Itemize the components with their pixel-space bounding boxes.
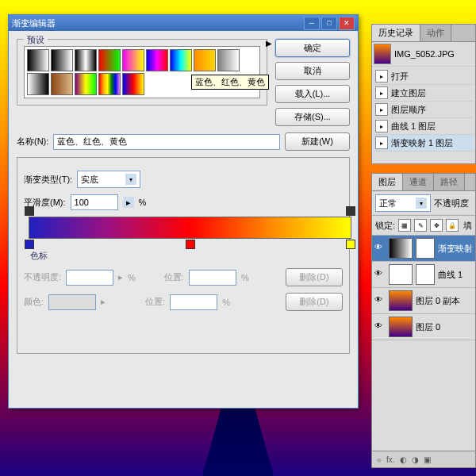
step-icon: ▸ <box>375 70 388 83</box>
preset-swatch[interactable] <box>27 73 49 95</box>
ok-button[interactable]: 确定 <box>275 39 350 57</box>
file-thumb-icon <box>374 44 391 64</box>
mask-icon[interactable]: ◐ <box>400 455 407 464</box>
visibility-icon[interactable]: 👁 <box>374 295 386 306</box>
preset-swatch[interactable] <box>27 49 49 71</box>
tab-actions[interactable]: 动作 <box>420 25 451 41</box>
step-icon: ▸ <box>375 136 388 149</box>
step-icon: ▸ <box>375 103 388 116</box>
color-stop[interactable] <box>186 240 195 249</box>
chevron-right-icon[interactable]: ▸ <box>123 197 134 208</box>
fx-icon[interactable]: fx. <box>386 455 395 464</box>
visibility-icon[interactable]: 👁 <box>374 269 386 280</box>
opacity-input <box>66 270 113 286</box>
visibility-icon[interactable]: 👁 <box>374 243 386 254</box>
layer-thumb <box>389 238 413 259</box>
preset-swatch[interactable] <box>75 73 97 95</box>
preset-swatch[interactable] <box>170 49 192 71</box>
preset-tooltip: 蓝色、红色、黄色 <box>191 75 269 90</box>
layer-item[interactable]: 👁图层 0 副本 <box>372 288 475 314</box>
layers-footer: ⟐ fx. ◐ ◑ ▣ <box>372 451 475 467</box>
tab-history[interactable]: 历史记录 <box>372 25 420 41</box>
opacity-stop[interactable] <box>25 206 34 216</box>
color-label: 颜色: <box>24 296 44 308</box>
preset-grid: ▶ 蓝色、红色、黄色 <box>24 46 260 98</box>
layer-item[interactable]: 👁渐变映射 <box>372 236 475 262</box>
new-button[interactable]: 新建(W) <box>285 132 350 151</box>
lock-move-icon[interactable]: ✥ <box>430 219 443 232</box>
history-item[interactable]: ▸图层顺序 <box>374 102 474 118</box>
smooth-input[interactable] <box>71 194 118 210</box>
link-icon[interactable]: ⟐ <box>377 455 382 464</box>
chevron-down-icon: ▾ <box>125 174 136 185</box>
history-panel: 历史记录 动作 IMG_5052.JPG ▸打开▸建立图层▸图层顺序▸曲线 1 … <box>371 24 476 164</box>
position-input <box>170 294 217 310</box>
layer-item[interactable]: 👁图层 0 <box>372 314 475 340</box>
save-button[interactable]: 存储(S)... <box>275 108 350 126</box>
presets-label: 预设 <box>24 34 48 46</box>
tab-layers[interactable]: 图层 <box>372 174 403 190</box>
delete-button: 删除(D) <box>286 268 343 286</box>
gradient-bar[interactable] <box>29 217 351 239</box>
preset-swatch[interactable] <box>194 49 216 71</box>
gradient-editor-dialog: 渐变编辑器 ─ □ ✕ 预设 ▶ <box>8 14 359 409</box>
preset-swatch[interactable] <box>51 49 73 71</box>
preset-menu-icon[interactable]: ▶ <box>266 39 272 48</box>
name-input[interactable] <box>53 134 280 150</box>
preset-swatch[interactable] <box>217 49 240 71</box>
history-item[interactable]: ▸渐变映射 1 图层 <box>374 135 474 152</box>
folder-icon[interactable]: ▣ <box>424 455 431 464</box>
type-label: 渐变类型(T): <box>24 174 72 186</box>
layer-mask <box>416 238 435 259</box>
layers-panel: 图层 通道 路径 正常▾ 不透明度 锁定: ▦ ✎ ✥ 🔒 填 👁渐变映射👁曲线… <box>371 173 476 468</box>
color-stop[interactable] <box>346 240 355 249</box>
layer-opacity-label: 不透明度 <box>434 198 469 209</box>
minimize-button[interactable]: ─ <box>304 17 320 30</box>
delete-button: 删除(D) <box>286 293 343 311</box>
blend-mode-select[interactable]: 正常▾ <box>375 194 431 212</box>
layer-thumb <box>389 290 413 311</box>
preset-swatch[interactable] <box>98 49 121 71</box>
close-button[interactable]: ✕ <box>339 17 355 30</box>
preset-swatch[interactable] <box>122 49 144 71</box>
history-source[interactable]: IMG_5052.JPG <box>372 42 475 67</box>
dialog-title: 渐变编辑器 <box>12 17 302 29</box>
preset-swatch[interactable] <box>51 73 73 95</box>
adjustment-icon[interactable]: ◑ <box>412 455 419 464</box>
history-item[interactable]: ▸曲线 1 图层 <box>374 118 474 135</box>
preset-swatch[interactable] <box>98 73 121 95</box>
preset-swatch[interactable] <box>146 49 168 71</box>
visibility-icon[interactable]: 👁 <box>374 321 386 332</box>
maximize-button[interactable]: □ <box>321 17 337 30</box>
preset-swatch[interactable] <box>75 49 97 71</box>
position-label: 位置: <box>164 271 184 283</box>
layer-thumb <box>389 317 413 337</box>
layer-item[interactable]: 👁曲线 1 <box>372 262 475 288</box>
cancel-button[interactable]: 取消 <box>275 62 350 80</box>
step-icon: ▸ <box>375 120 388 132</box>
lock-paint-icon[interactable]: ✎ <box>414 219 427 232</box>
type-select[interactable]: 实底 ▾ <box>77 171 140 188</box>
fill-label: 填 <box>463 220 472 232</box>
layer-mask <box>416 264 435 285</box>
step-icon: ▸ <box>375 86 388 99</box>
lock-label: 锁定: <box>375 220 395 232</box>
lock-transparent-icon[interactable]: ▦ <box>398 219 411 232</box>
lock-all-icon[interactable]: 🔒 <box>446 219 459 232</box>
layer-thumb <box>389 264 413 285</box>
preset-swatch[interactable] <box>122 73 144 95</box>
load-button[interactable]: 载入(L)... <box>275 85 350 103</box>
history-item[interactable]: ▸打开 <box>374 68 474 85</box>
opacity-stop[interactable] <box>346 206 355 216</box>
stops-label: 色标 <box>30 250 343 262</box>
color-swatch <box>48 294 96 310</box>
tab-channels[interactable]: 通道 <box>403 174 434 190</box>
color-stop[interactable] <box>25 240 34 249</box>
tab-paths[interactable]: 路径 <box>434 174 465 190</box>
position-input <box>189 270 236 286</box>
history-item[interactable]: ▸建立图层 <box>374 85 474 102</box>
name-label: 名称(N): <box>17 136 48 148</box>
opacity-label: 不透明度: <box>24 271 61 283</box>
titlebar[interactable]: 渐变编辑器 ─ □ ✕ <box>9 15 358 31</box>
